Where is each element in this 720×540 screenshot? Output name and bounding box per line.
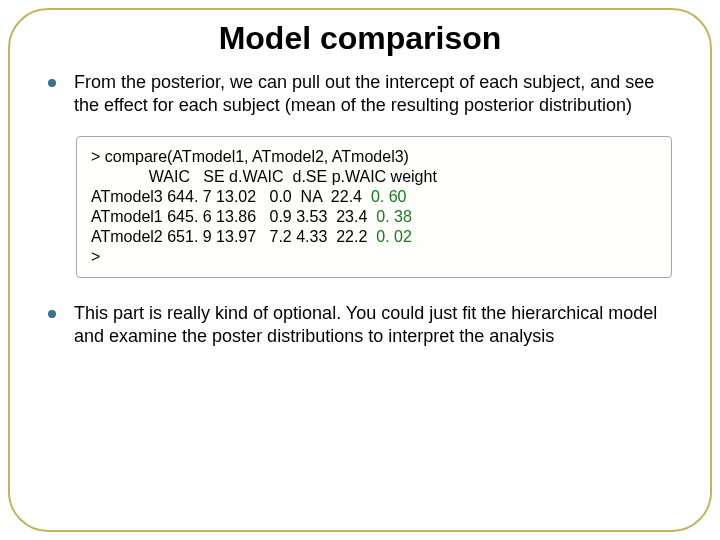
code-line: > compare(ATmodel1, ATmodel2, ATmodel3) — [91, 147, 657, 167]
code-line: WAIC SE d.WAIC d.SE p.WAIC weight — [91, 167, 657, 187]
bullet-text: This part is really kind of optional. Yo… — [74, 302, 672, 349]
bullet-text: From the posterior, we can pull out the … — [74, 71, 672, 118]
bullet-dot-icon — [48, 79, 56, 87]
bullet-item: From the posterior, we can pull out the … — [48, 71, 672, 118]
code-weight: 0. 02 — [376, 228, 412, 245]
code-segment: ATmodel1 645. 6 13.86 0.9 3.53 23.4 — [91, 208, 376, 225]
code-block: > compare(ATmodel1, ATmodel2, ATmodel3) … — [76, 136, 672, 278]
code-line: ATmodel1 645. 6 13.86 0.9 3.53 23.4 0. 3… — [91, 207, 657, 227]
code-line: ATmodel3 644. 7 13.02 0.0 NA 22.4 0. 60 — [91, 187, 657, 207]
code-line: ATmodel2 651. 9 13.97 7.2 4.33 22.2 0. 0… — [91, 227, 657, 247]
bullet-dot-icon — [48, 310, 56, 318]
slide-frame: Model comparison From the posterior, we … — [8, 8, 712, 532]
code-line: > — [91, 247, 657, 267]
page-title: Model comparison — [48, 20, 672, 57]
code-segment: ATmodel2 651. 9 13.97 7.2 4.33 22.2 — [91, 228, 376, 245]
code-segment: ATmodel3 644. 7 13.02 0.0 NA 22.4 — [91, 188, 371, 205]
code-weight: 0. 60 — [371, 188, 407, 205]
code-weight: 0. 38 — [376, 208, 412, 225]
bullet-item: This part is really kind of optional. Yo… — [48, 302, 672, 349]
